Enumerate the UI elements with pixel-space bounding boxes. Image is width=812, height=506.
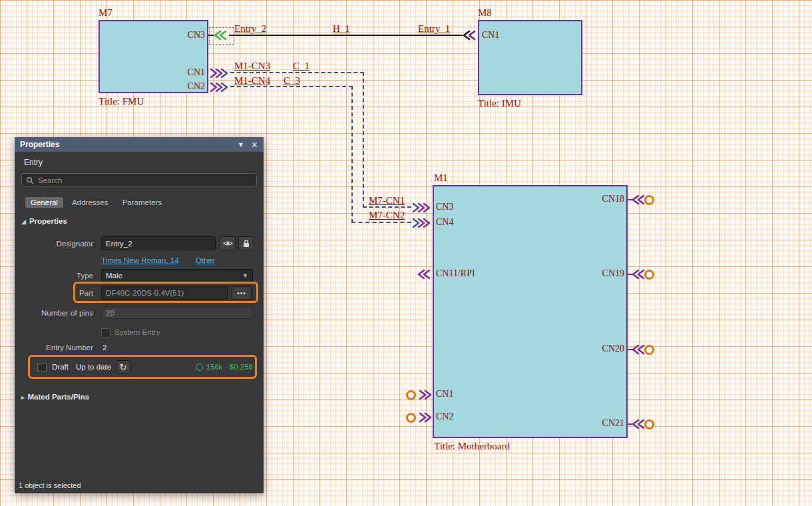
pins-input[interactable] <box>101 306 253 319</box>
pins-label: Number of pins <box>15 309 93 317</box>
block-m1[interactable] <box>433 185 628 438</box>
block-ref-m1: M1 <box>434 172 448 184</box>
pin-label-m1-cn20: CN20 <box>579 344 624 354</box>
cable-entry-arrow-icon[interactable] <box>209 81 229 93</box>
pin-arrow-icon[interactable] <box>415 268 433 280</box>
type-dropdown[interactable]: Male ▼ <box>101 269 253 282</box>
pin-label-m8-cn1: CN1 <box>482 30 499 41</box>
panel-tabs: General Addresses Parameters <box>25 197 168 208</box>
net-label-m1cn4[interactable]: M1-CN4 <box>234 75 270 87</box>
net-label-m7cn2[interactable]: M7-CN2 <box>369 210 405 221</box>
tab-parameters[interactable]: Parameters <box>117 197 167 208</box>
wire-segment[interactable] <box>229 35 463 36</box>
refresh-button[interactable]: ↻ <box>116 360 130 374</box>
section-mated-label: Mated Parts/Pins <box>28 393 90 401</box>
part-browse-button[interactable]: ••• <box>232 286 252 300</box>
font-link[interactable]: Times New Roman, 14 <box>101 256 179 264</box>
search-icon <box>26 176 34 184</box>
connector-ring-icon[interactable] <box>406 413 416 423</box>
designator-label: Designator <box>15 240 93 248</box>
wire-segment[interactable] <box>230 72 364 73</box>
panel-collapse-icon[interactable]: ▼ <box>237 140 244 148</box>
part-input[interactable] <box>101 286 228 300</box>
refresh-icon: ↻ <box>120 362 127 372</box>
pin-label-m1-cn4: CN4 <box>436 217 453 228</box>
supply-icon <box>196 364 203 371</box>
block-title-m7: Title: FMU <box>99 96 144 107</box>
panel-close-icon[interactable]: ✕ <box>251 140 258 150</box>
entry-number-value: 2 <box>102 344 106 352</box>
ellipsis-icon: ••• <box>237 290 246 297</box>
section-collapsed-icon: ▸ <box>21 394 25 401</box>
pin-label-m1-cn2: CN2 <box>436 411 453 422</box>
net-label-entry1[interactable]: Entry_1 <box>418 23 450 35</box>
section-properties[interactable]: ◢Properties <box>21 217 67 225</box>
pin-label-m1-cn19: CN19 <box>579 268 624 279</box>
system-entry-label: System Entry <box>114 328 160 336</box>
connector-ring-icon[interactable] <box>644 419 654 429</box>
pin-label-m1-cn1: CN1 <box>436 389 453 399</box>
panel-status-bar: 1 object is selected <box>19 481 81 489</box>
properties-panel: Properties ▼ ✕ Entry General Addresses P… <box>15 137 264 493</box>
pin-arrow-icon[interactable] <box>417 411 434 423</box>
panel-title: Properties <box>20 140 230 149</box>
tab-general[interactable]: General <box>25 197 63 208</box>
system-entry-checkbox[interactable] <box>101 328 110 338</box>
block-title-m1: Title: Motherboard <box>434 441 510 452</box>
lock-button[interactable] <box>238 236 254 250</box>
visibility-button[interactable] <box>220 236 236 250</box>
lock-icon <box>242 239 250 248</box>
net-label-m1cn3[interactable]: M1-CN3 <box>234 61 270 72</box>
wire-segment[interactable] <box>363 206 411 208</box>
connector-ring-icon[interactable] <box>406 390 416 400</box>
section-mated[interactable]: ▸Mated Parts/Pins <box>21 393 89 401</box>
pin-label-m1-cn11rpi: CN11/RPI <box>436 268 475 279</box>
net-label-h1[interactable]: H_1 <box>333 23 350 35</box>
pin-arrow-icon[interactable] <box>417 389 434 401</box>
pin-label-m7-cn2: CN2 <box>160 81 205 92</box>
cable-entry-arrow-icon[interactable] <box>209 67 229 79</box>
pin-label-m1-cn21: CN21 <box>579 418 624 429</box>
uptodate-label: Up to date <box>76 363 111 371</box>
block-ref-m7: M7 <box>99 7 112 19</box>
net-label-m7cn1[interactable]: M7-CN1 <box>369 195 405 206</box>
tab-addresses[interactable]: Addresses <box>67 197 113 208</box>
block-ref-m8: M8 <box>478 7 492 19</box>
pin-label-m7-cn1: CN1 <box>160 67 205 78</box>
object-kind-label: Entry <box>24 158 43 167</box>
panel-titlebar[interactable]: Properties ▼ ✕ <box>15 137 264 152</box>
eye-icon <box>223 240 233 247</box>
net-label-c1[interactable]: C_1 <box>293 61 309 72</box>
connector-ring-icon[interactable] <box>644 345 654 355</box>
other-link[interactable]: Other <box>196 256 215 264</box>
cable-entry-arrow-icon[interactable] <box>411 202 431 214</box>
draft-checkbox[interactable] <box>37 363 47 372</box>
wire-segment[interactable] <box>351 222 411 223</box>
designator-input[interactable] <box>101 236 216 250</box>
schematic-canvas[interactable]: M7 Title: FMU CN3 CN1 CN2 M8 Title: IMU … <box>0 0 812 506</box>
pin-label-m1-cn3: CN3 <box>436 202 453 212</box>
type-label: Type <box>15 272 93 280</box>
pin-label-m1-cn18: CN18 <box>579 194 624 204</box>
net-label-c3[interactable]: C_3 <box>284 75 300 87</box>
net-label-entry2[interactable]: Entry_2 <box>234 23 266 35</box>
supply-text: 156k · $0.256 <box>206 363 253 371</box>
entry-number-label: Entry Number <box>15 344 93 352</box>
pin-label-m7-cn3: CN3 <box>160 30 205 41</box>
cable-entry-arrow-icon[interactable] <box>411 217 431 229</box>
entry-arrow-selected-icon[interactable] <box>212 29 229 41</box>
connector-ring-icon[interactable] <box>644 195 654 205</box>
connector-ring-icon[interactable] <box>644 270 654 280</box>
section-properties-label: Properties <box>29 217 67 225</box>
search-input[interactable] <box>38 176 252 184</box>
chevron-down-icon: ▼ <box>242 272 248 279</box>
entry-arrow-icon[interactable] <box>461 29 478 41</box>
type-value: Male <box>106 272 122 280</box>
search-box[interactable] <box>21 173 257 187</box>
draft-label: Draft <box>52 363 69 371</box>
part-label: Part <box>15 289 93 297</box>
section-expanded-icon: ◢ <box>21 218 26 225</box>
block-title-m8: Title: IMU <box>478 98 521 109</box>
wire-segment[interactable] <box>363 72 364 208</box>
wire-segment[interactable] <box>351 86 353 223</box>
